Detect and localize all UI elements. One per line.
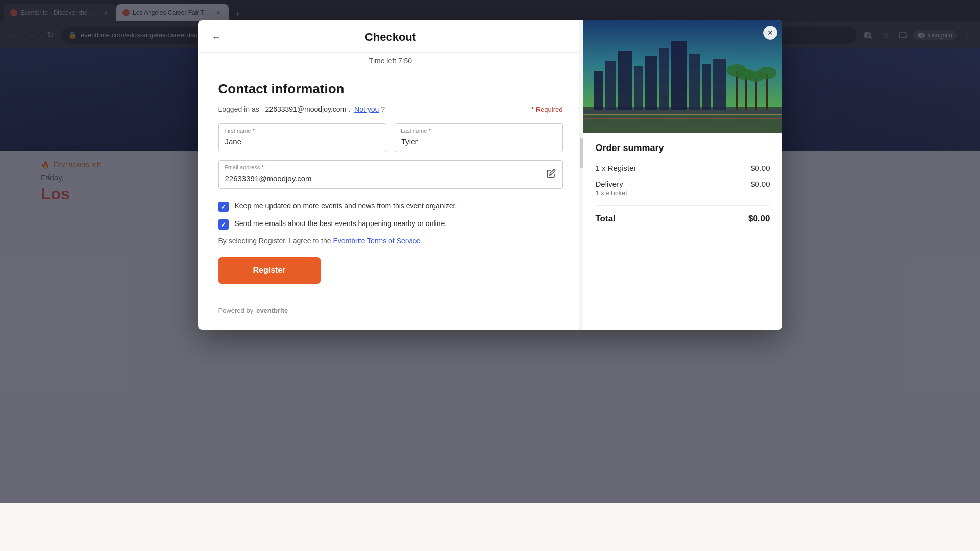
delivery-left: Delivery 1 x eTicket xyxy=(596,180,627,197)
order-summary-title: Order summary xyxy=(596,143,770,154)
order-summary-body: Order summary 1 x Register $0.00 Deliver… xyxy=(583,133,782,234)
email-label: Email address * xyxy=(225,164,264,170)
order-divider xyxy=(596,205,770,206)
first-name-field: First name * xyxy=(218,123,387,152)
email-input[interactable] xyxy=(218,160,563,189)
delivery-label: Delivery xyxy=(596,180,627,188)
register-button[interactable]: Register xyxy=(218,257,321,284)
delivery-line: Delivery 1 x eTicket $0.00 xyxy=(596,180,770,197)
modal-overlay: ← Checkout Time left 7:50 Contact inform… xyxy=(0,0,980,503)
delivery-sub: 1 x eTicket xyxy=(596,189,627,197)
svg-rect-11 xyxy=(645,56,657,110)
svg-rect-14 xyxy=(689,54,700,110)
svg-rect-4 xyxy=(583,110,782,114)
last-name-field: Last name * xyxy=(395,123,563,152)
last-name-required: * xyxy=(428,128,430,134)
svg-rect-10 xyxy=(634,66,643,110)
checkout-header: ← Checkout xyxy=(198,20,583,53)
svg-rect-15 xyxy=(702,64,711,110)
not-you-link[interactable]: Not you xyxy=(354,105,379,113)
modal-container: ← Checkout Time left 7:50 Contact inform… xyxy=(198,20,782,330)
svg-point-24 xyxy=(758,67,776,79)
email-field-wrapper: Email address * xyxy=(218,160,563,189)
back-button[interactable]: ← xyxy=(208,29,225,45)
first-name-required: * xyxy=(253,128,255,134)
terms-row: By selecting Register, I agree to the Ev… xyxy=(218,237,563,245)
checkbox2[interactable]: ✓ xyxy=(218,219,229,230)
timer-value: 7:50 xyxy=(398,57,412,65)
order-total-value: $0.00 xyxy=(748,214,770,224)
event-image: ✕ xyxy=(583,20,782,133)
scroll-track[interactable] xyxy=(579,20,583,330)
contact-info-title: Contact information xyxy=(218,81,563,97)
checkbox2-row: ✓ Send me emails about the best events h… xyxy=(218,219,563,230)
logged-in-left: Logged in as 22633391@moodjoy.com. Not y… xyxy=(218,105,385,113)
checkout-panel: ← Checkout Time left 7:50 Contact inform… xyxy=(198,20,583,330)
order-item-line: 1 x Register $0.00 xyxy=(596,164,770,172)
terms-link[interactable]: Eventbrite Terms of Service xyxy=(333,237,420,245)
order-panel: ✕ Order summary 1 x Register $0.00 Deliv… xyxy=(583,20,782,330)
eventbrite-brand: eventbrite xyxy=(256,307,288,314)
checkbox2-label: Send me emails about the best events hap… xyxy=(235,219,447,229)
delivery-value: $0.00 xyxy=(751,180,770,188)
last-name-label: Last name * xyxy=(401,128,431,134)
order-item-value: $0.00 xyxy=(751,164,770,172)
logged-in-email: 22633391@moodjoy.com xyxy=(265,105,347,113)
checkbox1[interactable]: ✓ xyxy=(218,202,229,212)
required-note: * Required xyxy=(531,106,562,113)
checkout-title: Checkout xyxy=(365,31,416,44)
checkbox1-row: ✓ Keep me updated on more events and new… xyxy=(218,201,563,212)
scroll-thumb xyxy=(580,138,583,168)
powered-by-row: Powered by eventbrite xyxy=(218,298,563,314)
svg-rect-9 xyxy=(618,51,632,110)
svg-rect-13 xyxy=(671,41,687,110)
order-total-line: Total $0.00 xyxy=(596,214,770,224)
checkout-body[interactable]: Contact information Logged in as 2263339… xyxy=(198,69,583,330)
logged-in-row: Logged in as 22633391@moodjoy.com. Not y… xyxy=(218,105,563,113)
email-edit-icon[interactable] xyxy=(547,169,556,180)
close-modal-button[interactable]: ✕ xyxy=(763,26,777,40)
timer-row: Time left 7:50 xyxy=(198,53,583,69)
email-required: * xyxy=(261,164,263,170)
svg-rect-16 xyxy=(713,59,726,110)
order-item-label: 1 x Register xyxy=(596,164,636,172)
checkbox1-label: Keep me updated on more events and news … xyxy=(235,201,457,211)
svg-rect-7 xyxy=(594,71,603,110)
first-name-label: First name * xyxy=(225,128,255,134)
checkbox1-check: ✓ xyxy=(220,203,226,211)
name-fields-row: First name * Last name * xyxy=(218,123,563,152)
order-total-label: Total xyxy=(596,214,616,224)
checkbox2-check: ✓ xyxy=(220,221,226,229)
svg-rect-12 xyxy=(659,48,669,110)
svg-rect-8 xyxy=(605,61,616,110)
